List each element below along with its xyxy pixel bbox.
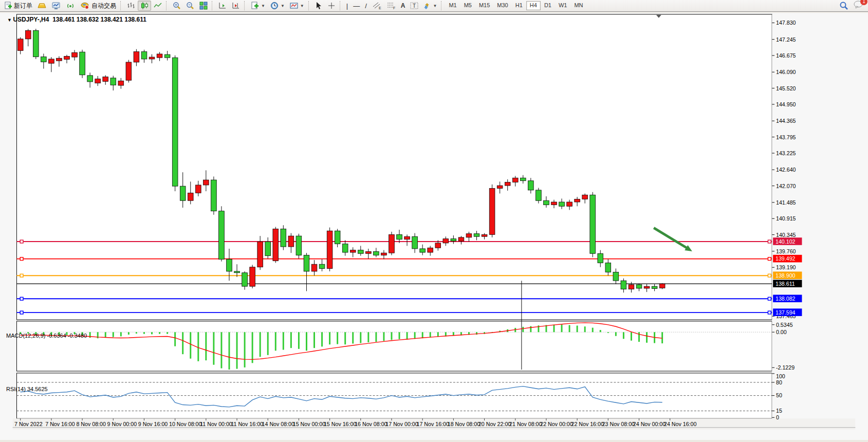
candle[interactable] xyxy=(250,265,255,288)
rsi-tick-label: 0 xyxy=(776,414,779,420)
tab-timeframe-m30[interactable]: M30 xyxy=(493,1,511,10)
crosshair-button[interactable] xyxy=(325,1,338,11)
candlestick-chart-button[interactable] xyxy=(138,1,151,11)
chart-shift-button[interactable] xyxy=(229,1,243,11)
fibonacci-tool[interactable]: F xyxy=(384,1,398,11)
chart-canvas[interactable]: 147.830147.245146.675146.090145.520144.9… xyxy=(0,13,868,440)
level-handle[interactable] xyxy=(20,274,23,277)
level-handle[interactable] xyxy=(768,311,771,314)
symbol-toggle-icon[interactable]: ▼ xyxy=(7,17,13,23)
auto-trading-label: 自动交易 xyxy=(91,2,116,10)
candle[interactable] xyxy=(389,232,395,255)
time-axis-label: 17 Nov 16:00 xyxy=(417,421,449,427)
tab-timeframe-h1[interactable]: H1 xyxy=(512,1,526,10)
macd-bar xyxy=(167,332,168,334)
macd-bar xyxy=(607,332,609,333)
tab-timeframe-mn[interactable]: MN xyxy=(570,1,586,10)
signal-button[interactable] xyxy=(64,1,78,11)
rsi-indicator-label: RSI(14) 34.5625 xyxy=(6,386,48,392)
macd-bar xyxy=(631,332,632,340)
time-axis-label: 8 Nov 08:00 xyxy=(76,421,106,427)
arrows-tool[interactable]: ▼ xyxy=(421,1,439,11)
macd-pane xyxy=(16,321,772,371)
horizontal-line-tool[interactable]: — xyxy=(350,1,362,11)
tab-timeframe-w1[interactable]: W1 xyxy=(555,1,571,10)
line-chart-button[interactable] xyxy=(151,1,164,11)
text-label-tool[interactable]: T xyxy=(408,1,421,11)
rsi-tick-label: 100 xyxy=(776,373,785,379)
price-tick-label: 146.675 xyxy=(776,52,796,59)
channel-tool[interactable]: E xyxy=(370,1,384,11)
macd-bar xyxy=(646,332,648,343)
level-handle[interactable] xyxy=(20,240,23,243)
fibonacci-icon: F xyxy=(386,2,396,10)
level-handle[interactable] xyxy=(20,257,23,261)
macd-tick-label: -2.1229 xyxy=(776,364,795,371)
vertical-line-tool[interactable]: | xyxy=(344,1,350,11)
tab-timeframe-d1[interactable]: D1 xyxy=(541,1,555,10)
bar-chart-button[interactable] xyxy=(124,1,138,11)
trendline-tool[interactable]: / xyxy=(362,1,370,11)
auto-scroll-button[interactable] xyxy=(216,1,229,11)
level-handle[interactable] xyxy=(768,297,771,300)
price-tick-label: 142.640 xyxy=(776,167,796,173)
text-tool[interactable]: A xyxy=(398,1,408,11)
cursor-button[interactable] xyxy=(312,1,325,11)
indicators-button[interactable]: ▼ xyxy=(248,1,268,11)
macd-bar xyxy=(383,332,384,341)
candle[interactable] xyxy=(489,185,495,237)
new-order-button[interactable]: 新订单 xyxy=(2,1,35,11)
svg-text:139.492: 139.492 xyxy=(775,255,796,262)
candle[interactable] xyxy=(273,227,279,263)
tab-timeframe-m1[interactable]: M1 xyxy=(445,1,460,10)
time-axis-label: 16 Nov 08:00 xyxy=(355,421,387,427)
rsi-tick-label: 80 xyxy=(776,379,782,385)
macd-bar xyxy=(236,332,238,369)
candle[interactable] xyxy=(33,29,39,59)
time-axis-label: 7 Nov 16:00 xyxy=(45,421,75,427)
templates-button[interactable]: ▼ xyxy=(287,1,307,11)
level-handle[interactable] xyxy=(768,257,771,261)
market-chart-button[interactable] xyxy=(49,1,64,11)
level-handle[interactable] xyxy=(20,297,23,300)
indicators-icon xyxy=(251,2,259,10)
svg-text:E: E xyxy=(379,6,381,10)
candle[interactable] xyxy=(590,192,596,257)
macd-bar xyxy=(344,332,346,344)
zoom-out-button[interactable] xyxy=(183,1,197,11)
search-icon[interactable] xyxy=(839,1,848,10)
level-handle[interactable] xyxy=(768,274,771,277)
time-axis-label: 21 Nov 08:00 xyxy=(509,421,542,427)
macd-bar xyxy=(584,326,586,332)
chevron-down-icon: ▼ xyxy=(261,4,265,8)
candle[interactable] xyxy=(80,50,85,78)
periods-button[interactable]: ▼ xyxy=(268,1,287,11)
auto-trading-button[interactable]: 自动交易 xyxy=(78,1,119,11)
level-handle[interactable] xyxy=(768,240,771,243)
time-axis-label: 11 Nov 00:00 xyxy=(200,421,232,427)
toolbar-separator xyxy=(166,1,169,10)
tile-windows-button[interactable] xyxy=(197,1,210,11)
candle[interactable] xyxy=(172,56,178,191)
candle[interactable] xyxy=(281,225,286,250)
price-tick-label: 145.520 xyxy=(776,85,796,91)
candle[interactable] xyxy=(296,234,302,259)
candle[interactable] xyxy=(126,60,132,83)
level-handle[interactable] xyxy=(20,311,23,314)
candle[interactable] xyxy=(211,176,217,214)
main-toolbar: 新订单 自动交易 ▼ ▼ xyxy=(0,0,868,12)
notifications-button[interactable]: 1 xyxy=(854,1,864,11)
macd-bar xyxy=(298,332,300,349)
macd-bar xyxy=(205,332,207,360)
price-tick-label: 147.830 xyxy=(776,20,796,26)
tab-timeframe-m5[interactable]: M5 xyxy=(460,1,475,10)
toolbar-separator xyxy=(340,1,342,10)
candle[interactable] xyxy=(327,228,333,271)
tab-timeframe-h4[interactable]: H4 xyxy=(526,1,541,10)
candle[interactable] xyxy=(219,206,225,261)
zoom-in-button[interactable] xyxy=(170,1,183,11)
macd-bar xyxy=(120,332,122,336)
price-tick-label: 139.760 xyxy=(776,248,796,254)
gold-button[interactable] xyxy=(35,1,49,11)
tab-timeframe-m15[interactable]: M15 xyxy=(475,1,493,10)
